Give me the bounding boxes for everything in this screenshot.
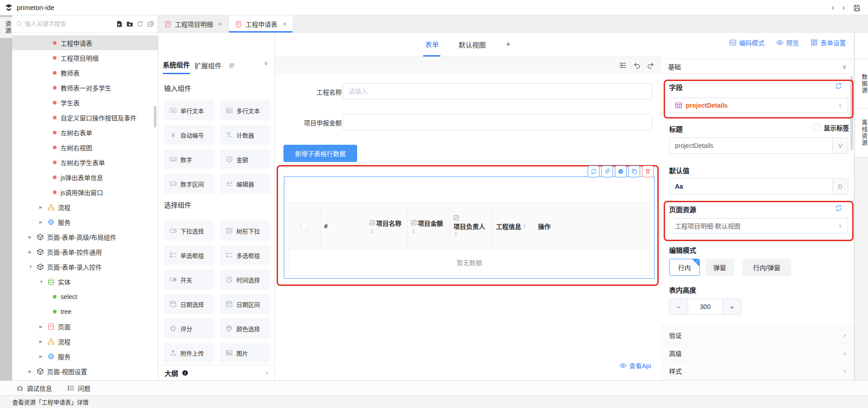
- caret-down-icon[interactable]: ▼: [28, 265, 34, 269]
- collapse-all-icon[interactable]: [147, 20, 154, 28]
- tree-group-entity[interactable]: ▼ 实体: [12, 274, 158, 289]
- tree-group-page-form-common[interactable]: ▶ 页面-表单-控件通用: [12, 244, 158, 259]
- header-project-owner-cell[interactable]: 项目负责人▲▼: [450, 203, 492, 249]
- component-date-picker[interactable]: 日期选择: [164, 294, 214, 314]
- component-checkbox-group[interactable]: 多选框组: [220, 245, 270, 265]
- caret-right-icon[interactable]: ▶: [28, 369, 34, 374]
- component-money[interactable]: ¥ 金额: [220, 149, 270, 169]
- tab-form[interactable]: 表单: [423, 33, 440, 57]
- menu-icon[interactable]: [229, 62, 235, 69]
- section-advanced[interactable]: 高级›: [661, 344, 854, 362]
- preview-link[interactable]: 预览: [776, 38, 799, 47]
- link-component-button[interactable]: [601, 166, 613, 177]
- tree-item-js-popup-form[interactable]: js弹出表单信息: [12, 170, 158, 185]
- header-project-name-cell[interactable]: 项目名称▲▼: [366, 203, 407, 249]
- chevron-right-icon[interactable]: ›: [266, 369, 268, 376]
- redo-icon[interactable]: [647, 62, 655, 69]
- component-radio-group[interactable]: 单选框组: [164, 245, 214, 265]
- form-settings-link[interactable]: 表单设置: [811, 38, 846, 47]
- tree-item-select[interactable]: select: [12, 289, 158, 304]
- tree-item-left-tree-form[interactable]: 左树右表单: [12, 125, 158, 140]
- search-input[interactable]: [25, 20, 116, 27]
- section-style[interactable]: 样式›: [661, 362, 854, 380]
- view-api-link[interactable]: 查看Api: [619, 361, 651, 370]
- outline-section[interactable]: 大纲 i ›: [158, 365, 274, 380]
- component-auto-number[interactable]: # 自动编号: [164, 125, 214, 145]
- caret-right-icon[interactable]: ▶: [28, 235, 34, 239]
- editor-tab-project-request[interactable]: 工程申请表 ×: [229, 15, 292, 33]
- edit-mode-inline[interactable]: 行内 ✓: [669, 259, 700, 276]
- component-date-range[interactable]: 日期区间: [220, 294, 270, 314]
- tree-item-project-detail[interactable]: 工程项目明细: [12, 50, 158, 65]
- problems-tab[interactable]: 问题: [67, 384, 90, 393]
- stepper-minus-button[interactable]: −: [670, 299, 688, 314]
- component-dropdown-select[interactable]: 下拉选择: [164, 221, 214, 241]
- refresh-field-icon[interactable]: [835, 82, 842, 90]
- tree-item-tree[interactable]: tree: [12, 304, 158, 319]
- tree-item-custom-window[interactable]: 自定义窗口操作按钮及事件: [12, 110, 158, 125]
- section-validation[interactable]: 验证›: [661, 326, 854, 344]
- component-switch[interactable]: 开关: [164, 270, 214, 289]
- outline-toggle-icon[interactable]: [619, 62, 627, 69]
- tree-group-page[interactable]: ▶ 页面: [12, 319, 158, 334]
- tree-group-process-2[interactable]: ▶ 流程: [12, 334, 158, 349]
- collapse-panel-icon[interactable]: ∨: [264, 60, 268, 66]
- header-project-amount-cell[interactable]: 项目金额▲▼: [407, 203, 450, 249]
- code-mode-link[interactable]: 编码模式: [729, 38, 764, 47]
- component-tree-dropdown[interactable]: 树形下拉: [220, 221, 270, 241]
- sort-icon[interactable]: ▲▼: [412, 228, 415, 234]
- select-all-checkbox[interactable]: [301, 223, 308, 230]
- default-value-text[interactable]: Aa: [670, 183, 832, 190]
- copy-component-button[interactable]: [628, 166, 640, 177]
- table-height-value[interactable]: 300: [688, 299, 723, 314]
- field-select[interactable]: projectDetails ∨: [669, 98, 848, 113]
- section-basic[interactable]: 基础 ∨: [661, 59, 854, 74]
- tree-item-teacher-students[interactable]: 教师表一对多学生: [12, 80, 158, 95]
- component-multi-line-text[interactable]: A 多行文本: [220, 100, 270, 120]
- caret-right-icon[interactable]: ▶: [28, 250, 34, 254]
- component-number-range[interactable]: 1~3 数字区间: [164, 174, 214, 194]
- tree-item-js-popup-window[interactable]: js调用弹出窗口: [12, 185, 158, 199]
- refresh-icon[interactable]: [137, 20, 144, 28]
- default-dynamic-button[interactable]: D: [832, 179, 848, 194]
- tree-group-page-form-entry[interactable]: ▼ 页面-表单-录入控件: [12, 259, 158, 274]
- save-icon[interactable]: [853, 4, 861, 12]
- edit-mode-popup[interactable]: 弹窗: [705, 259, 734, 276]
- component-color-picker[interactable]: 颜色选择: [220, 318, 270, 338]
- caret-right-icon[interactable]: ▶: [39, 205, 45, 209]
- tab-extend-components[interactable]: 扩展组件: [194, 61, 222, 74]
- undo-icon[interactable]: [633, 62, 641, 69]
- component-editor[interactable]: A 编辑器: [220, 174, 270, 194]
- tree-group-service[interactable]: ▶ 服务: [12, 214, 158, 229]
- sort-icon[interactable]: ▲▼: [370, 228, 373, 234]
- caret-right-icon[interactable]: ▶: [39, 324, 45, 329]
- rail-tab-datasource[interactable]: 数据源: [855, 59, 868, 109]
- component-number[interactable]: 123 数字: [164, 149, 214, 169]
- tree-item-teacher-table[interactable]: 教师表: [12, 65, 158, 80]
- refresh-page-resource-icon[interactable]: [835, 204, 842, 212]
- component-file-upload[interactable]: 附件上传: [164, 343, 214, 363]
- component-rate[interactable]: 评分: [164, 318, 214, 338]
- tab-system-components[interactable]: 系统组件: [163, 60, 190, 74]
- show-label-checkbox[interactable]: [813, 124, 820, 131]
- delete-component-button[interactable]: [642, 166, 654, 177]
- debug-info-tab[interactable]: 调试信息: [16, 384, 52, 393]
- component-single-line-text[interactable]: A 单行文本: [164, 100, 214, 120]
- tree-scrollbar[interactable]: [154, 106, 156, 128]
- tree-group-process[interactable]: ▶ 流程: [12, 199, 158, 214]
- title-variable-button[interactable]: V: [832, 138, 848, 153]
- import-resource-icon[interactable]: [116, 20, 123, 28]
- caret-down-icon[interactable]: ▼: [39, 280, 45, 284]
- tree-item-left-tree-view[interactable]: 左树右视图: [12, 140, 158, 155]
- edit-mode-inline-popup[interactable]: 行内/弹窗: [742, 259, 791, 276]
- header-project-info-cell[interactable]: 工程信息▲▼: [492, 203, 534, 249]
- properties-scrollbar[interactable]: [850, 76, 853, 150]
- stepper-plus-button[interactable]: +: [723, 299, 741, 314]
- component-time-picker[interactable]: 时间选择: [220, 270, 270, 289]
- project-name-input[interactable]: [343, 83, 652, 100]
- caret-right-icon[interactable]: ▶: [39, 220, 45, 224]
- caret-right-icon[interactable]: ▶: [39, 339, 45, 344]
- project-amount-input[interactable]: [343, 114, 652, 130]
- sort-icon[interactable]: ▲▼: [523, 223, 526, 229]
- tree-item-left-tree-student-form[interactable]: 左树右学生表单: [12, 155, 158, 170]
